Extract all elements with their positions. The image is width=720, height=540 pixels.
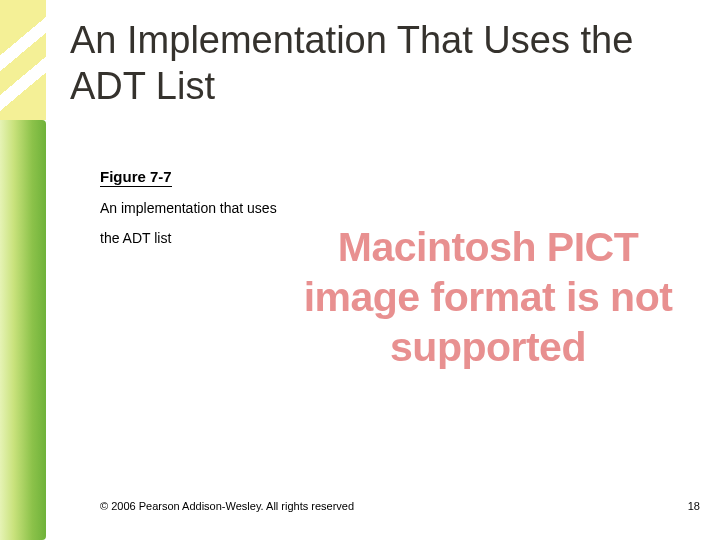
- decorative-bottom: [0, 120, 46, 540]
- image-format-error: Macintosh PICT image format is not suppo…: [288, 222, 688, 372]
- figure-caption-line1: An implementation that uses: [100, 200, 277, 216]
- figure-caption-line2: the ADT list: [100, 230, 171, 246]
- slide-title: An Implementation That Uses the ADT List: [70, 18, 670, 109]
- page-number: 18: [688, 500, 700, 512]
- decorative-sidebar: [0, 0, 46, 540]
- figure-label: Figure 7-7: [100, 168, 172, 187]
- decorative-top: [0, 0, 46, 120]
- copyright-text: © 2006 Pearson Addison-Wesley. All right…: [100, 500, 354, 512]
